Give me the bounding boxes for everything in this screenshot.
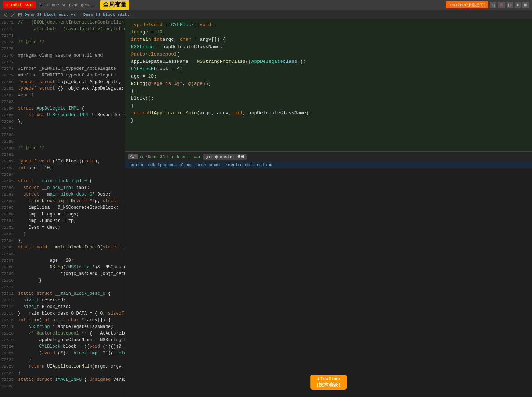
left-code-line: 72605static void __main_block_func_0(str… [0,244,125,251]
upper-code-line: appDelegateClassName = NSStringFromClass… [125,58,532,65]
line-number: 72624 [0,370,17,376]
teaTime-float-badge[interactable]: iTeaTime (技术清谈) [310,375,347,390]
left-code-line: 72601 impl.FuncPtr = fp; [0,218,125,224]
line-number: 72600 [0,211,17,218]
upper-code-line: typedef void (^CYLBlock)(void); [125,21,532,29]
line-number: 72575 [0,46,17,52]
line-content: #define _REWRITER_typedef_AppDelegate [17,72,125,79]
left-code-line: 72610 } [0,277,125,284]
warning-btn[interactable]: ⚠ [498,2,505,8]
line-number: 72608 [0,264,17,271]
line-content: /* @autoreleasepool */ { __AtAutorelease… [17,330,125,337]
forward-btn[interactable]: ▷ [10,12,15,17]
line-content [17,383,125,390]
line-content: *)objc_msgSend)(objc_getClass("NSNumber"… [17,271,125,277]
line-content: } [17,357,125,363]
left-code-line: 72609 *)objc_msgSend)(objc_getClass("NSN… [0,271,125,277]
upper-code-line: CYLBlock block = ^{ [125,65,532,73]
line-content [17,46,125,52]
left-code-line: 72626 [0,383,125,390]
line-number: 72623 [0,363,17,370]
upper-code-line: } [125,102,532,110]
left-code-line: 72573 [0,32,125,39]
left-code-area[interactable]: 72571// - (BOOL)documentInteractionContr… [0,19,125,397]
left-code-line: 72587 [0,125,125,132]
up-btn[interactable]: ⊞ [17,12,23,17]
terminal-git: git ψ master ❶❷ [203,154,247,160]
line-number: 72604 [0,237,17,244]
line-content [17,32,125,39]
left-code-line: 72591 [0,151,125,158]
line-number: 72573 [0,32,17,39]
left-panel: 72571// - (BOOL)documentInteractionContr… [0,19,125,397]
left-code-line: 72599 impl.isa = &_NSConcreteStackBlock; [0,204,125,211]
line-content: struct AppDelegate_IMPL { [17,105,125,112]
line-number: 72601 [0,218,17,224]
top-bar: c_edit_var 📱 iPhone SE (2nd gene... 全局变量… [0,0,532,10]
line-number: 72592 [0,158,17,165]
upper-code-line: }; [125,87,532,95]
line-number: 72591 [0,151,17,158]
left-code-line: 72584struct AppDelegate_IMPL { [0,105,125,112]
variable-badge: c_edit_var [3,1,36,8]
breadcrumb: Demo_38_block_edit_var › Demo_38_block_e… [25,12,134,17]
line-number: 72588 [0,132,17,138]
line-content: } [17,277,125,284]
nav-right-btn[interactable]: ▷ [507,2,513,8]
lower-panel[interactable] [125,168,532,393]
left-code-line: 72582#endif [0,92,125,99]
line-number: 72578 [0,65,17,72]
line-content: int age = 10; [17,165,125,171]
left-code-line: 72624} [0,370,125,376]
line-number: 72576 [0,52,17,59]
line-content: struct __main_block_impl_0 { [17,178,125,185]
line-number: 72613 [0,297,17,304]
left-code-line: 72621 ((void (*)(__block_impl *))(__bloc… [0,350,125,357]
line-content: struct __block_impl impl; [17,185,125,191]
upper-code-line: block(); [125,95,532,102]
global-var-badge: 全局变量 [100,0,129,10]
line-content: __attribute__((availability(ios,intro [17,26,125,32]
left-code-line: 72598 __main_block_impl_0(void *fp, stru… [0,198,125,204]
left-code-line: 72614 size_t Block_size; [0,304,125,310]
left-code-line: 72604}; [0,237,125,244]
line-number: 72602 [0,224,17,231]
upper-code-line: } [125,117,532,124]
line-content: } __main_block_desc_0_DATA = { 0, sizeof… [17,310,125,317]
line-number: 72625 [0,376,17,383]
line-number: 72622 [0,357,17,363]
left-code-line: 72606 [0,251,125,257]
breadcrumb-sep: › [79,12,82,17]
left-code-line: 72581typedef struct {} _objc_exc_AppDele… [0,85,125,92]
back-btn[interactable]: ◁ [2,12,8,17]
menu-btn[interactable]: ≡ [515,2,521,8]
nav-bar: ◁ ▷ ⊞ Demo_38_block_edit_var › Demo_38_b… [0,10,532,19]
line-content: CYLBlock block = ((void (*)())&__main_bl… [17,343,125,350]
line-content: /* @end */ [17,39,125,46]
line-number: 72617 [0,323,17,330]
left-code-line: 72577 [0,59,125,65]
breadcrumb-item-2[interactable]: Demo_38_block_edit... [83,12,135,17]
line-content: typedef struct objc_object AppDelegate; [17,79,125,85]
left-code-line: 72619 appDelegateClassName = NSStringFro… [0,337,125,343]
left-code-line: 72622 } [0,357,125,363]
layout-btn[interactable]: ⊞ [522,2,529,8]
breadcrumb-item-1[interactable]: Demo_38_block_edit_var [25,12,78,17]
upper-right-panel[interactable]: typedef void (^CYLBlock)(void);int age =… [125,19,532,151]
line-content: appDelegateClassName = NSStringFromClass… [17,337,125,343]
line-number: 72572 [0,26,17,32]
line-number: 72586 [0,118,17,125]
left-code-line: 72612static struct __main_block_desc_0 { [0,290,125,297]
line-number: 72606 [0,251,17,257]
line-content: impl.Flags = flags; [17,211,125,218]
line-content: static void __main_block_func_0(struct _… [17,244,125,251]
left-code-line: 72593int age = 10; [0,165,125,171]
left-code-line: 72600 impl.Flags = flags; [0,211,125,218]
left-code-line: 72595struct __main_block_impl_0 { [0,178,125,185]
line-number: 72614 [0,304,17,310]
device-tab[interactable]: 📱 iPhone SE (2nd gene... [38,3,98,7]
line-number: 72603 [0,231,17,237]
left-code-line: 72603 } [0,231,125,237]
nav-left-btn[interactable]: ◁ [490,2,496,8]
upper-code-line: int main(int argc, char * argv[]) { [125,36,532,43]
